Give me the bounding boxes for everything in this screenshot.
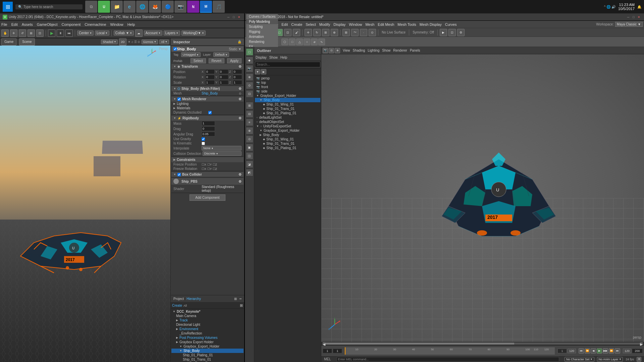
inspector-lock-icon[interactable]: 🔒	[237, 40, 241, 44]
is-kinematic-checkbox[interactable]	[202, 142, 205, 145]
mesh-renderer-lighting-row[interactable]: ▶ Lighting	[171, 102, 244, 106]
mesh-renderer-gear[interactable]: ⚙	[238, 97, 241, 101]
shelf-tab-animation[interactable]: Animation	[246, 34, 278, 39]
no-anim-layer-dropdown[interactable]: No Anim Layer	[597, 357, 623, 362]
vp-shading-menu[interactable]: Shading	[353, 49, 365, 52]
vp-icon-3[interactable]: ⊕	[335, 48, 340, 53]
shelf-tab-poly-modeling[interactable]: Poly Modeling	[246, 19, 278, 24]
maya-lasso-btn[interactable]: ⊡	[284, 29, 291, 36]
audio-app[interactable]: 🎵	[213, 1, 225, 13]
tab-game[interactable]: Game	[1, 38, 16, 46]
unity-close-button[interactable]: ✕	[237, 15, 241, 19]
maya-menu-mesh-display[interactable]: Mesh Display	[420, 22, 442, 26]
vp-icon-2[interactable]: ⊡	[329, 48, 334, 53]
unity-menu-help[interactable]: Help	[127, 22, 135, 26]
unity-move-tool[interactable]: ✛	[10, 29, 17, 37]
tab-scene[interactable]: Scene	[19, 38, 35, 46]
windows-start-button[interactable]: ⊞	[3, 2, 13, 12]
add-component-button[interactable]: Add Component	[190, 194, 225, 201]
no-char-set-dropdown[interactable]: No Character Set	[565, 357, 594, 362]
rotation-z[interactable]	[233, 75, 242, 79]
outliner-unity-fbx-set[interactable]: ▼ ○ UnityFbxExportSet	[255, 124, 320, 128]
timeline-playhead[interactable]	[345, 347, 345, 355]
maya-maximize-button[interactable]: □	[631, 15, 636, 19]
inspector-active-checkbox[interactable]	[173, 47, 177, 51]
outliner-ship-wing[interactable]: ◆ Ship_01_Wing_01	[255, 102, 320, 107]
mesh-renderer-header[interactable]: ▼ Mesh Renderer ⚙	[171, 97, 244, 102]
tl-go-end-btn[interactable]: ⏭	[615, 348, 620, 354]
unity-menu-cinemachine[interactable]: Cinemachine	[85, 22, 106, 26]
timeline-inner-end[interactable]: 120	[568, 349, 576, 353]
outliner-search-input[interactable]	[255, 62, 320, 67]
outliner-persp[interactable]: 📷 persp	[255, 76, 320, 80]
box-collider-enabled[interactable]	[177, 173, 181, 176]
shelf-tool-3[interactable]: △	[296, 39, 303, 45]
unity-pause-button[interactable]: ⏸	[57, 29, 64, 37]
timeline-range-start[interactable]	[323, 349, 332, 353]
shelf-tool-6[interactable]: ∿	[318, 39, 325, 45]
maya-status-icon[interactable]: ⚙	[637, 357, 641, 362]
unity-layout-dropdown[interactable]: WorkingD▼	[181, 31, 206, 36]
unity-step-button[interactable]: ⏭	[65, 29, 73, 37]
hierarchy-tab[interactable]: Hierarchy	[186, 297, 201, 301]
hier-ship-body[interactable]: ▼ Ship_Body	[171, 349, 244, 353]
maya-mel-label[interactable]: MEL	[324, 357, 331, 361]
unity-menu-assets[interactable]: Assets	[22, 22, 33, 26]
mesh-target-icon[interactable]: ⊙	[239, 92, 241, 95]
transform-header[interactable]: ▼ ⊕ Transform ⚙	[171, 64, 244, 69]
mesh-renderer-enabled[interactable]	[177, 98, 181, 101]
hier-dir-light[interactable]: Directional Light	[171, 322, 244, 327]
mesh-filter-gear[interactable]: ⚙	[238, 87, 241, 90]
hierarchy-options[interactable]: ⊞	[234, 297, 237, 301]
constraints-header[interactable]: ▶ Constraints	[171, 157, 244, 162]
unity-menu-gameobject[interactable]: GameObject	[37, 22, 58, 26]
maya-3d-viewport[interactable]: 2017 U	[321, 54, 644, 342]
gizmos-dropdown[interactable]: Gizmos	[142, 40, 158, 44]
rotation-x[interactable]	[205, 75, 215, 79]
maya-left-tool-5[interactable]: ⊙	[246, 82, 253, 89]
unity-menu-window[interactable]: Window	[110, 22, 123, 26]
rigidbody-gear[interactable]: ⚙	[238, 116, 241, 120]
position-y[interactable]	[219, 69, 228, 74]
timeline-scroll-right[interactable]: ▶	[640, 342, 643, 345]
shelf-tab-rendering[interactable]: Rendering	[246, 39, 278, 44]
hierarchy-close[interactable]: ━	[239, 297, 241, 301]
scene-shaded-dropdown[interactable]: Shaded	[101, 40, 118, 44]
hier-env-reflection[interactable]: _EnvReflection	[171, 331, 244, 336]
timeline-end-inner[interactable]: 120	[623, 349, 631, 353]
hier-dcc-keynote[interactable]: ▼ DCC_Keynote*	[171, 309, 244, 314]
maya-menu-mesh-tools[interactable]: Mesh Tools	[397, 22, 416, 26]
outliner-graybox-holder2[interactable]: ▼ Graybox_Export_Holder	[255, 128, 320, 133]
outliner-ship-plating2[interactable]: ◆ Ship_01_Plating_01	[255, 146, 320, 150]
hier-post-processing[interactable]: ▶ Post Processing Volumes	[171, 336, 244, 340]
maya-minimize-button[interactable]: ─	[626, 15, 631, 19]
maya-menu-create[interactable]: Create	[291, 22, 302, 26]
rotation-y[interactable]	[219, 75, 228, 79]
edge-app[interactable]: e	[123, 1, 136, 13]
maya-left-tool-4[interactable]: ⊕	[246, 73, 253, 81]
position-z[interactable]	[233, 69, 242, 74]
maya-left-tool-11[interactable]: ⊙	[246, 135, 253, 143]
mel-input[interactable]: Enter MEL command...	[336, 357, 559, 362]
material-header[interactable]: Ship_PBS ⚙	[171, 178, 244, 185]
angular-drag-input[interactable]	[202, 132, 215, 136]
maya-menu-select[interactable]: Select	[306, 22, 316, 26]
tl-prev-key-btn[interactable]: ⏪	[585, 348, 590, 354]
vp-show-menu[interactable]: Show	[382, 49, 390, 52]
maya-render-settings-btn[interactable]: ⚙	[457, 29, 465, 36]
maya-close-button[interactable]: ✕	[637, 15, 641, 19]
maya-left-tool-7[interactable]: ⊞	[246, 102, 253, 109]
shelf-tab-rigging[interactable]: Rigging	[246, 29, 278, 34]
outliner-ship-wing2[interactable]: ◆ Ship_01_Wing_01	[255, 137, 320, 141]
hier-environment[interactable]: ▶ Environment	[171, 327, 244, 331]
unity-scale-tool[interactable]: ⊞	[28, 29, 35, 37]
unity-layers-dropdown[interactable]: Layers	[164, 31, 180, 36]
tl-play-btn[interactable]: ▶	[597, 348, 602, 354]
maya-menu-display[interactable]: Display	[333, 22, 345, 26]
timeline-inner-start[interactable]	[557, 349, 567, 353]
interpolate-dropdown[interactable]: None	[202, 146, 241, 150]
search-bar[interactable]: 🔍 Type here to search	[15, 4, 83, 9]
outliner-collapse-btn[interactable]: ▶	[261, 69, 266, 74]
unity-account-dropdown[interactable]: Account	[144, 31, 162, 36]
tl-prev-frame-btn[interactable]: ◀	[591, 348, 596, 354]
